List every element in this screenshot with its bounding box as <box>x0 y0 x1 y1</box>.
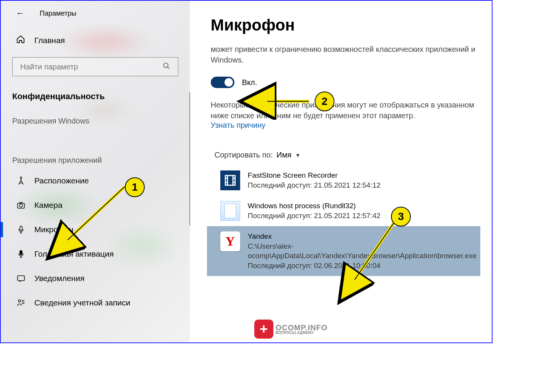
sort-by[interactable]: Сортировать по: Имя ▼ <box>215 151 480 159</box>
search-field[interactable] <box>20 63 140 71</box>
learn-more-link[interactable]: Узнать причину <box>211 121 480 130</box>
callout-3: 3 <box>391 207 411 227</box>
desktop-apps-note: Некоторые классические приложения могут … <box>211 100 480 121</box>
watermark: + OCOMP.INFO ВОПРОСЫ АДМИНУ <box>254 320 328 339</box>
notifications-icon <box>16 274 26 283</box>
voice-icon <box>16 249 26 259</box>
file-icon <box>220 201 240 221</box>
yandex-icon: Y <box>220 231 240 251</box>
chevron-down-icon: ▼ <box>295 152 300 158</box>
microphone-icon <box>16 225 26 234</box>
nav-label: Камера <box>34 201 62 210</box>
back-icon[interactable]: ← <box>16 8 24 18</box>
app-row-yandex[interactable]: Y Yandex C:\Users\alex-ocomp\AppData\Loc… <box>207 226 480 276</box>
sidebar-item-home[interactable]: Главная <box>1 28 190 53</box>
sidebar-item-voice[interactable]: Голосовая активация <box>1 242 190 266</box>
sidebar-item-microphone[interactable]: Микрофон <box>1 217 190 242</box>
faststone-icon <box>220 170 240 190</box>
callout-1: 1 <box>125 177 145 197</box>
camera-icon <box>16 201 26 210</box>
app-row-faststone[interactable]: FastStone Screen Recorder Последний дост… <box>211 165 480 196</box>
sidebar-item-account[interactable]: Сведения учетной записи <box>1 291 190 315</box>
callout-2: 2 <box>315 92 334 111</box>
app-path: C:\Users\alex-ocomp\AppData\Local\Yandex… <box>248 241 476 261</box>
sidebar-item-notifications[interactable]: Уведомления <box>1 266 190 291</box>
app-meta: Последний доступ: 21.05.2021 12:54:12 <box>248 180 381 190</box>
svg-rect-6 <box>18 276 24 281</box>
page-title: Микрофон <box>211 16 480 34</box>
search-input[interactable] <box>12 57 178 76</box>
svg-point-3 <box>19 204 23 207</box>
svg-rect-5 <box>20 251 22 255</box>
microphone-access-toggle[interactable] <box>211 77 234 88</box>
svg-point-0 <box>163 63 168 67</box>
search-icon <box>163 62 170 72</box>
sort-value: Имя <box>276 151 291 159</box>
app-meta: Последний доступ: 02.06.2021 10:50:04 <box>248 261 476 271</box>
sidebar-group-apps: Разрешения приложений <box>1 148 190 169</box>
nav-label: Микрофон <box>34 225 73 234</box>
svg-point-7 <box>18 300 21 302</box>
home-icon <box>16 35 25 46</box>
sort-label: Сортировать по: <box>215 151 273 159</box>
sidebar-group-windows: Разрешения Windows <box>1 109 190 129</box>
app-meta: Последний доступ: 21.05.2021 12:57:42 <box>248 211 381 221</box>
account-icon <box>16 298 26 307</box>
nav-label: Уведомления <box>34 274 84 283</box>
app-row-rundll32[interactable]: Windows host process (Rundll32) Последни… <box>211 196 480 226</box>
location-icon <box>16 176 26 185</box>
sidebar: ← Параметры Главная Конфиденциальность Р… <box>1 1 190 342</box>
home-label: Главная <box>34 36 65 45</box>
app-name: FastStone Screen Recorder <box>248 170 381 180</box>
main-panel: Микрофон может привести к ограничению во… <box>190 1 492 342</box>
svg-point-1 <box>20 177 22 178</box>
nav-label: Расположение <box>34 176 89 185</box>
intro-text: может привести к ограничению возможносте… <box>211 44 480 65</box>
watermark-icon: + <box>254 320 273 339</box>
sidebar-item-location[interactable]: Расположение <box>1 169 190 193</box>
svg-rect-4 <box>20 226 22 230</box>
sidebar-category: Конфиденциальность <box>1 84 190 109</box>
toggle-label: Вкл. <box>242 78 257 87</box>
app-name: Yandex <box>248 231 476 241</box>
nav-label: Голосовая активация <box>34 249 114 259</box>
nav-label: Сведения учетной записи <box>34 298 130 307</box>
app-name: Windows host process (Rundll32) <box>248 201 381 211</box>
svg-rect-8 <box>225 175 235 185</box>
sidebar-item-camera[interactable]: Камера <box>1 193 190 217</box>
window-title: Параметры <box>40 10 76 18</box>
